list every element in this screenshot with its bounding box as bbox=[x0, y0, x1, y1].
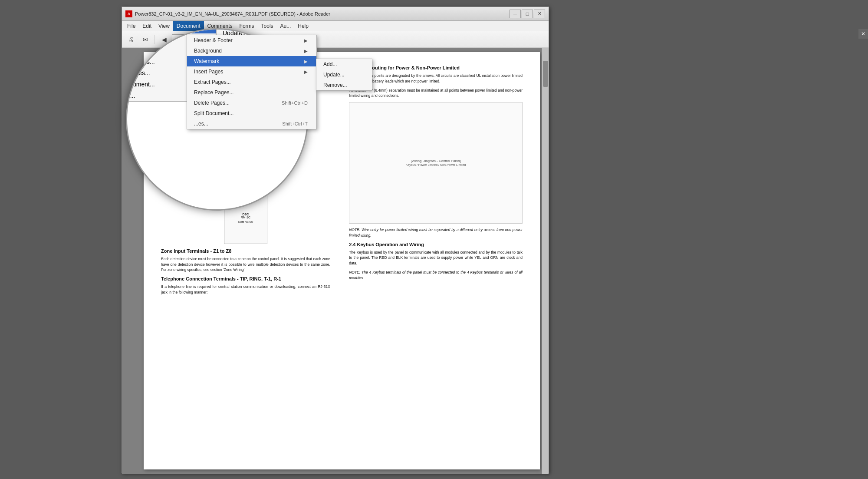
pdf-keybus-text: The Keybus is used by the panel to commu… bbox=[349, 250, 523, 266]
doc-menu-pages[interactable]: ...es... Shift+Ctrl+T bbox=[187, 119, 316, 129]
doc-menu-replace[interactable]: Replace Pages... bbox=[187, 87, 316, 98]
prev-page-button[interactable]: ◀ bbox=[157, 33, 171, 46]
menu-bar: File Edit View Document Comments Forms T… bbox=[122, 21, 549, 31]
title-bar: A Power832_CP-01_v3-2_IM_EN_NA-UL_290346… bbox=[122, 7, 549, 21]
doc-menu-split[interactable]: Split Document... bbox=[187, 108, 316, 119]
menu-tools[interactable]: Tools bbox=[258, 21, 277, 31]
doc-menu-extract[interactable]: Extract Pages... bbox=[187, 77, 316, 87]
submenu-arrow-2: ▶ bbox=[304, 49, 308, 53]
minimize-button[interactable]: ─ bbox=[510, 10, 521, 18]
pdf-zone-title: Zone Input Terminals - Z1 to Z8 bbox=[161, 248, 330, 254]
menu-file[interactable]: File bbox=[124, 21, 139, 31]
menu-forms[interactable]: Forms bbox=[236, 21, 258, 31]
menu-document[interactable]: Document bbox=[173, 21, 204, 31]
pdf-wire-text2: A minimum ¼" (6.4mm) separation must be … bbox=[349, 88, 523, 99]
app-icon: A bbox=[125, 10, 132, 17]
submenu-arrow-3: ▶ bbox=[304, 59, 308, 64]
submenu-arrow-1: ▶ bbox=[304, 38, 308, 43]
watermark-remove[interactable]: Remove... bbox=[316, 80, 372, 90]
menu-comments[interactable]: Comments bbox=[204, 21, 236, 31]
print-button[interactable]: 🖨 bbox=[124, 33, 138, 46]
pdf-keybus-note: NOTE: The 4 Keybus terminals of the pane… bbox=[349, 270, 523, 281]
menu-edit[interactable]: Edit bbox=[139, 21, 155, 31]
main-toolbar: 🖨 ✉ ◀ ▶ ◀ ▶ 92,8% ▼ ⊡ ⛶ bbox=[122, 31, 549, 48]
pdf-tel-text: If a telephone line is required for cent… bbox=[161, 284, 330, 295]
pdf-note-text: NOTE: Wire entry for power limited wirin… bbox=[349, 227, 523, 238]
scrollbar-thumb[interactable] bbox=[543, 61, 548, 87]
maximize-button[interactable]: □ bbox=[522, 10, 533, 18]
delete-shortcut: Shift+Ctrl+D bbox=[282, 100, 308, 106]
menu-help[interactable]: Help bbox=[294, 21, 312, 31]
doc-menu-watermark[interactable]: Watermark ▶ bbox=[187, 56, 316, 66]
close-button[interactable]: ✕ bbox=[534, 10, 545, 18]
watermark-submenu: Add... Update... Remove... bbox=[316, 59, 372, 91]
pdf-wire-text1: All wiring entry points are designated b… bbox=[349, 73, 523, 84]
panel-close-button[interactable]: ✕ bbox=[858, 29, 868, 39]
vertical-scrollbar[interactable] bbox=[542, 48, 549, 474]
pdf-content-area: ...nate with control panel. The PGMs can… bbox=[122, 48, 549, 474]
doc-menu-header-footer[interactable]: Header & Footer ▶ bbox=[187, 35, 316, 46]
pdf-keybus-title: 2.4 Keybus Operation and Wiring bbox=[349, 242, 523, 247]
pdf-pgm2-text: PGM2 is a high current output (300mA) an… bbox=[161, 150, 330, 188]
watermark-update[interactable]: Update... bbox=[316, 69, 372, 80]
email-button[interactable]: ✉ bbox=[138, 33, 152, 46]
doc-menu-background[interactable]: Background ▶ bbox=[187, 46, 316, 56]
menu-au[interactable]: Au... bbox=[277, 21, 295, 31]
window-title: Power832_CP-01_v3-2_IM_EN_NA-UL_29034674… bbox=[135, 11, 510, 17]
pdf-tel-title: Telephone Connection Terminals - TIP, RI… bbox=[161, 276, 330, 281]
pages-shortcut: Shift+Ctrl+T bbox=[282, 121, 308, 126]
wiring-diagram: [Wiring Diagram - Control Panel] Keybus … bbox=[349, 102, 523, 224]
document-dropdown-menu: Header & Footer ▶ Background ▶ Watermark… bbox=[187, 35, 317, 129]
pdf-wire-title: 2.3 Wire Routing for Power & Non-Power L… bbox=[349, 65, 523, 70]
menu-view[interactable]: View bbox=[155, 21, 173, 31]
window-controls: ─ □ ✕ bbox=[510, 10, 545, 18]
circuit-diagram: DSC RM-1C COM NC NO bbox=[224, 192, 267, 244]
doc-menu-insert-pages[interactable]: Insert Pages ▶ bbox=[187, 66, 316, 77]
doc-menu-delete[interactable]: Delete Pages... Shift+Ctrl+D bbox=[187, 98, 316, 108]
watermark-add[interactable]: Add... bbox=[316, 59, 372, 69]
pdf-zone-text: Each detection device must be connected … bbox=[161, 256, 330, 273]
toolbar-separator-1 bbox=[155, 35, 155, 44]
submenu-arrow-4: ▶ bbox=[304, 69, 308, 74]
